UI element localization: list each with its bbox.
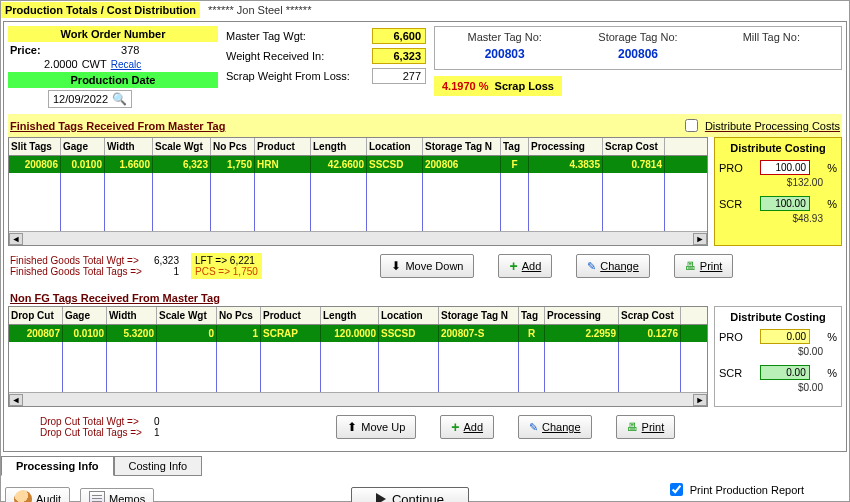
col-scrap-cost[interactable]: Scrap Cost bbox=[603, 138, 665, 155]
drop-tags: 1 bbox=[154, 427, 160, 438]
arrow-up-icon: ⬆ bbox=[347, 420, 357, 434]
memos-button[interactable]: Memos bbox=[80, 488, 154, 502]
col-location[interactable]: Location bbox=[379, 307, 439, 324]
fin-total-labels: Finished Goods Total Wgt => Finished Goo… bbox=[10, 255, 142, 277]
price-value: 2.0000 bbox=[44, 58, 78, 70]
drop-total-vals: 0 1 bbox=[154, 416, 160, 438]
print-button[interactable]: 🖶Print bbox=[674, 254, 734, 278]
tab-costing-info[interactable]: Costing Info bbox=[114, 456, 203, 476]
cell: 0.0100 bbox=[63, 325, 107, 342]
col-length[interactable]: Length bbox=[321, 307, 379, 324]
lft-label: LFT => bbox=[195, 255, 227, 266]
finished-grid-row[interactable]: 200806 0.0100 1.6600 6,323 1,750 HRN 42.… bbox=[9, 156, 707, 173]
pct-label: % bbox=[827, 198, 837, 210]
col-scale-wgt[interactable]: Scale Wgt bbox=[153, 138, 211, 155]
finished-header-text: Finished Tags Received From Master Tag bbox=[10, 120, 225, 132]
tab-processing-info[interactable]: Processing Info bbox=[1, 456, 114, 476]
dist-pro-input[interactable]: 100.00 bbox=[760, 160, 810, 175]
drop-tags-label: Drop Cut Total Tags => bbox=[40, 427, 142, 438]
col-drop-cut[interactable]: Drop Cut bbox=[9, 307, 63, 324]
col-storage-tag[interactable]: Storage Tag N bbox=[439, 307, 519, 324]
wo-price-row: Price: 378 bbox=[8, 42, 218, 58]
tagno-scrap-col: Master Tag No: 200803 Storage Tag No: 20… bbox=[434, 26, 842, 110]
finished-section-header: Finished Tags Received From Master Tag D… bbox=[8, 114, 842, 137]
change-button[interactable]: ✎Change bbox=[576, 254, 650, 278]
cell: 200806 bbox=[9, 156, 61, 173]
audit-button[interactable]: Audit bbox=[5, 487, 70, 502]
dist-pro-label: PRO bbox=[719, 162, 743, 174]
prod-date-input[interactable]: 12/09/2022 🔍 bbox=[48, 90, 132, 108]
col-product[interactable]: Product bbox=[261, 307, 321, 324]
add-button[interactable]: +Add bbox=[440, 415, 494, 439]
mill-tagno-label: Mill Tag No: bbox=[710, 31, 833, 43]
fin-total-tags-label: Finished Goods Total Tags => bbox=[10, 266, 142, 277]
col-location[interactable]: Location bbox=[367, 138, 423, 155]
btn-label: Change bbox=[600, 260, 639, 272]
scroll-left-icon[interactable]: ◄ bbox=[9, 233, 23, 245]
nonfg-grid-header: Drop Cut Gage Width Scale Wgt No Pcs Pro… bbox=[9, 307, 707, 325]
nonfg-grid[interactable]: Drop Cut Gage Width Scale Wgt No Pcs Pro… bbox=[8, 306, 708, 407]
cell: 120.0000 bbox=[321, 325, 379, 342]
col-length[interactable]: Length bbox=[311, 138, 367, 155]
col-product[interactable]: Product bbox=[255, 138, 311, 155]
col-gage[interactable]: Gage bbox=[63, 307, 107, 324]
col-no-pcs[interactable]: No Pcs bbox=[217, 307, 261, 324]
dist-pro-amt: $132.00 bbox=[719, 177, 837, 188]
distribute-costs-checkbox[interactable] bbox=[685, 119, 698, 132]
col-slit-tags[interactable]: Slit Tags bbox=[9, 138, 61, 155]
nonfg-hscroll[interactable]: ◄ ► bbox=[9, 392, 707, 406]
titlebar-right: ****** Jon Steel ****** bbox=[200, 2, 319, 18]
nonfg-grid-row[interactable]: 200807 0.0100 5.3200 0 1 SCRAP 120.0000 … bbox=[9, 325, 707, 342]
scrap-loss-box: 4.1970 % Scrap Loss bbox=[434, 76, 562, 96]
cell: 1,750 bbox=[211, 156, 255, 173]
cell: 2.2959 bbox=[545, 325, 619, 342]
nonfg-totals-row: Drop Cut Total Wgt => Drop Cut Total Tag… bbox=[8, 407, 842, 447]
col-scale-wgt[interactable]: Scale Wgt bbox=[157, 307, 217, 324]
add-button[interactable]: +Add bbox=[498, 254, 552, 278]
move-down-button[interactable]: ⬇Move Down bbox=[380, 254, 474, 278]
dist-scr-input[interactable]: 0.00 bbox=[760, 365, 810, 380]
dist-scr-input[interactable]: 100.00 bbox=[760, 196, 810, 211]
dist-pro-input[interactable]: 0.00 bbox=[760, 329, 810, 344]
label: Print Production Report bbox=[690, 484, 804, 496]
nonfg-grid-body bbox=[9, 342, 707, 392]
btn-label: Print bbox=[642, 421, 665, 433]
col-tag[interactable]: Tag bbox=[519, 307, 545, 324]
finished-grid[interactable]: Slit Tags Gage Width Scale Wgt No Pcs Pr… bbox=[8, 137, 708, 246]
distribute-costing-bottom: Distribute Costing PRO 0.00 % $0.00 SCR … bbox=[714, 306, 842, 407]
print-button[interactable]: 🖶Print bbox=[616, 415, 676, 439]
scroll-right-icon[interactable]: ► bbox=[693, 233, 707, 245]
col-no-pcs[interactable]: No Pcs bbox=[211, 138, 255, 155]
finished-hscroll[interactable]: ◄ ► bbox=[9, 231, 707, 245]
col-storage-tag[interactable]: Storage Tag N bbox=[423, 138, 501, 155]
col-tag[interactable]: Tag bbox=[501, 138, 529, 155]
move-up-button[interactable]: ⬆Move Up bbox=[336, 415, 416, 439]
col-gage[interactable]: Gage bbox=[61, 138, 105, 155]
btn-label: Move Down bbox=[405, 260, 463, 272]
change-button[interactable]: ✎Change bbox=[518, 415, 592, 439]
btn-label: Continue bbox=[392, 492, 444, 503]
cell: 0 bbox=[157, 325, 217, 342]
col-processing[interactable]: Processing bbox=[545, 307, 619, 324]
btn-label: Audit bbox=[36, 493, 61, 502]
col-processing[interactable]: Processing bbox=[529, 138, 603, 155]
continue-button[interactable]: Continue bbox=[351, 487, 469, 503]
col-width[interactable]: Width bbox=[107, 307, 157, 324]
recalc-link[interactable]: Recalc bbox=[111, 59, 142, 70]
print-prod-report-check[interactable]: Print Production Report bbox=[666, 480, 845, 499]
scroll-right-icon[interactable]: ► bbox=[693, 394, 707, 406]
scroll-left-icon[interactable]: ◄ bbox=[9, 394, 23, 406]
print-prod-checkbox[interactable] bbox=[670, 483, 683, 496]
cell: SSCSD bbox=[379, 325, 439, 342]
pencil-icon: ✎ bbox=[529, 421, 538, 434]
col-width[interactable]: Width bbox=[105, 138, 153, 155]
storage-tagno-label: Storage Tag No: bbox=[576, 31, 699, 43]
btn-label: Move Up bbox=[361, 421, 405, 433]
btn-label: Memos bbox=[109, 493, 145, 502]
search-icon[interactable]: 🔍 bbox=[112, 92, 127, 106]
prod-date-label: Production Date bbox=[8, 72, 218, 88]
col-scrap-cost[interactable]: Scrap Cost bbox=[619, 307, 681, 324]
distribute-costs-label: Distribute Processing Costs bbox=[705, 120, 840, 132]
fin-total-vals: 6,323 1 bbox=[154, 255, 179, 277]
master-wgt-label: Master Tag Wgt: bbox=[226, 30, 306, 42]
